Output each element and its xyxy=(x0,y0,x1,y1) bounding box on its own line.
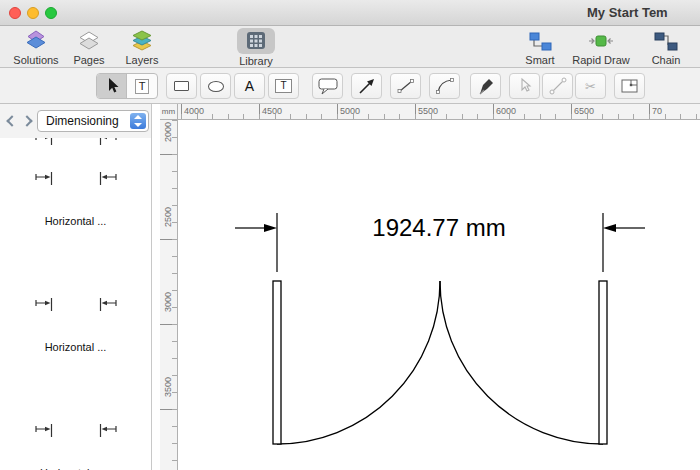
solutions-diamond-icon xyxy=(8,29,64,53)
text-tool[interactable]: A xyxy=(234,73,265,99)
cursor-outline-icon xyxy=(514,75,536,97)
chain-button[interactable]: Chain xyxy=(640,29,692,66)
ellipse-icon xyxy=(208,81,224,92)
list-item[interactable]: Horizontal ... xyxy=(0,298,151,402)
library-sidebar: Dimensioning xyxy=(0,104,152,470)
smart-label: Smart xyxy=(516,54,564,66)
window-title: My Start Tem xyxy=(587,5,668,20)
ruler-major-tick xyxy=(415,104,416,120)
list-item-label: Horizontal ... xyxy=(0,215,151,227)
dimension-arrow-left-icon xyxy=(99,172,117,185)
layers-label: Layers xyxy=(116,54,168,66)
arc-tool[interactable] xyxy=(429,73,460,99)
library-section-dropdown[interactable]: Dimensioning xyxy=(37,110,149,132)
sidebar-nav: Dimensioning xyxy=(0,104,151,138)
dimension-arrow-right-icon xyxy=(35,172,53,185)
text-frame-icon: T xyxy=(135,79,150,94)
pages-button[interactable]: Pages xyxy=(66,29,112,66)
rectangle-icon xyxy=(174,81,189,91)
library-button[interactable]: Library xyxy=(228,29,284,67)
smart-flowchart-icon xyxy=(516,29,564,53)
lasso-select-tool[interactable] xyxy=(509,73,540,99)
double-door-drawing xyxy=(178,120,700,470)
ruler-major-tick xyxy=(571,104,572,120)
chain-label: Chain xyxy=(640,54,692,66)
select-tool[interactable] xyxy=(97,74,127,98)
rapid-draw-label: Rapid Draw xyxy=(566,54,636,66)
ruler-label: 5500 xyxy=(418,106,438,116)
rectangle-tool[interactable] xyxy=(166,73,197,99)
horizontal-ruler[interactable]: 40004500500055006000650070 xyxy=(178,104,700,120)
smart-button[interactable]: Smart xyxy=(516,29,564,66)
text-block-icon: T xyxy=(275,79,292,93)
list-item-label: Horizontal ... xyxy=(0,341,151,353)
dimension-value-label: 1924.77 mm xyxy=(178,214,700,242)
ruler-major-tick xyxy=(337,104,338,120)
speech-bubble-icon xyxy=(317,76,339,96)
dimension-arrow-left-icon xyxy=(99,298,117,311)
rapid-draw-icon xyxy=(566,29,636,53)
arrow-tool[interactable] xyxy=(351,73,382,99)
ruler-major-tick xyxy=(160,324,178,325)
right-door-panel xyxy=(599,281,607,444)
dimension-arrow-left-icon xyxy=(99,424,117,437)
ruler-major-tick xyxy=(493,104,494,120)
library-grid-icon xyxy=(244,30,268,52)
main-toolbar: Solutions Pages Layers xyxy=(0,26,700,68)
text-select-tool[interactable]: T xyxy=(127,74,157,98)
ruler-label: 4500 xyxy=(262,106,282,116)
line-icon xyxy=(395,75,417,97)
dimension-arrow-left-icon xyxy=(99,138,117,145)
ruler-label: 70 xyxy=(652,106,662,116)
ruler-major-tick xyxy=(259,104,260,120)
scissors-icon: ✂ xyxy=(585,79,596,94)
vertical-ruler[interactable]: 2000250030003500 xyxy=(160,120,178,470)
ruler-major-tick xyxy=(160,409,178,410)
drawing-canvas[interactable]: 1924.77 mm xyxy=(178,120,700,470)
back-chevron-icon[interactable] xyxy=(6,115,17,126)
tools-toolbar: T A T xyxy=(0,68,700,104)
close-window-button[interactable] xyxy=(9,7,21,19)
forward-chevron-icon[interactable] xyxy=(21,115,32,126)
clipped-list-item-top xyxy=(0,138,151,150)
ellipse-tool[interactable] xyxy=(200,73,231,99)
ruler-label: 3000 xyxy=(162,280,174,324)
pen-icon xyxy=(475,75,497,97)
dropdown-stepper-icon[interactable] xyxy=(130,113,146,129)
solutions-button[interactable]: Solutions xyxy=(8,29,64,66)
line-tool[interactable] xyxy=(390,73,421,99)
ruler-label: 6500 xyxy=(574,106,594,116)
ruler-label: 2500 xyxy=(162,195,174,239)
rapid-draw-button[interactable]: Rapid Draw xyxy=(566,29,636,66)
ruler-major-tick xyxy=(160,239,178,240)
left-door-swing-arc xyxy=(277,281,440,444)
select-tool-group: T xyxy=(96,73,158,99)
dropdown-value: Dimensioning xyxy=(46,114,119,128)
layers-button[interactable]: Layers xyxy=(116,29,168,66)
text-block-tool[interactable]: T xyxy=(268,73,299,99)
zoom-window-button[interactable] xyxy=(45,7,57,19)
dimension-arrow-right-icon xyxy=(35,138,53,145)
dimension-arrow-right-icon xyxy=(35,298,53,311)
pages-stack-icon xyxy=(66,29,112,53)
connector-edit-tool[interactable] xyxy=(542,73,573,99)
list-item[interactable]: Horizontal o ... xyxy=(0,424,151,470)
curve-icon xyxy=(434,75,456,97)
chain-flowchart-icon xyxy=(640,29,692,53)
connector-nodes-icon xyxy=(547,75,569,97)
pen-tool[interactable] xyxy=(470,73,501,99)
text-a-icon: A xyxy=(245,78,254,94)
minimize-window-button[interactable] xyxy=(27,7,39,19)
titlebar: My Start Tem xyxy=(0,0,700,26)
list-item[interactable]: Horizontal ... xyxy=(0,172,151,276)
library-pressed-background xyxy=(237,28,275,54)
ruler-major-tick xyxy=(160,154,178,155)
cut-tool[interactable]: ✂ xyxy=(575,73,606,99)
corner-shape-icon xyxy=(619,75,641,97)
solutions-label: Solutions xyxy=(8,54,64,66)
corner-shape-tool[interactable] xyxy=(614,73,645,99)
layers-stack-icon xyxy=(116,29,168,53)
ruler-label: 4000 xyxy=(184,106,204,116)
callout-tool[interactable] xyxy=(312,73,343,99)
ruler-major-tick xyxy=(649,104,650,120)
